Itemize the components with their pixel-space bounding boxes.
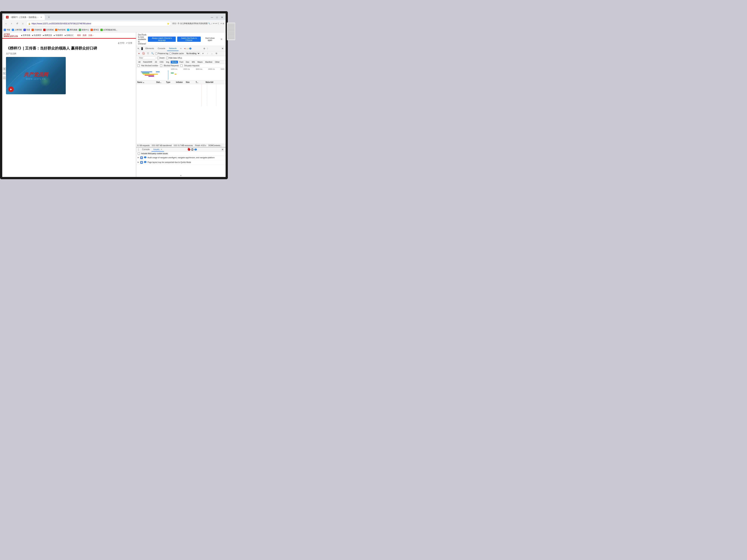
bottom-tab-console[interactable]: Console	[140, 148, 151, 152]
network-settings-icon[interactable]: ⚙	[215, 52, 218, 55]
filter-toggle-button[interactable]: ▽	[146, 52, 150, 55]
bookmark-item-bookmarks[interactable]: ☆ 书签	[4, 29, 10, 31]
col-time[interactable]: T...	[196, 81, 206, 83]
hide-data-urls-checkbox[interactable]	[166, 57, 169, 59]
preserve-log-checkbox[interactable]	[155, 52, 157, 54]
devtools-phone-icon[interactable]: 📱	[140, 47, 144, 50]
filter-all[interactable]: All	[137, 61, 141, 63]
home-button[interactable]: ⌂	[21, 21, 25, 26]
issues-close-icon[interactable]: ✕	[161, 149, 162, 151]
close-button[interactable]: ✕	[220, 16, 224, 19]
browser-chrome: 党 《榜样7》| 王传喜：当好群众的领... ✕ + — □ ✕ ‹ › ↺ ⌂	[2, 14, 226, 32]
timeline-1000ms: 1000 ms	[171, 68, 177, 70]
maximize-button[interactable]: □	[215, 16, 219, 19]
tab-close-button[interactable]: ✕	[40, 16, 43, 19]
filter-bar: Invert Hide data URLs	[136, 56, 226, 60]
bottom-tab-issues[interactable]: Issues ✕	[151, 148, 164, 152]
filter-other[interactable]: Other	[214, 61, 221, 63]
forward-label[interactable]: 前往 ›	[172, 22, 177, 25]
refresh-button[interactable]: ↺	[15, 21, 20, 26]
filter-img[interactable]: Img	[165, 61, 170, 63]
nav-item-dangzhang[interactable]: 党章党规	[21, 34, 30, 36]
invert-checkbox-label[interactable]: Invert	[157, 57, 164, 59]
sidebar-icon-2[interactable]: 🔧	[3, 72, 6, 75]
match-language-button[interactable]: Always match Chrome's language	[148, 36, 176, 42]
col-size[interactable]: Size	[186, 81, 196, 83]
back-button[interactable]: ‹	[4, 21, 8, 26]
minimize-button[interactable]: —	[210, 16, 214, 19]
tab-console[interactable]: Console	[156, 46, 167, 51]
filter-wasm[interactable]: Wasm	[196, 61, 204, 63]
notification-close-button[interactable]: ✕	[219, 37, 224, 41]
bookmark-item-flash[interactable]: F flash游戏	[55, 29, 66, 31]
filter-manifest[interactable]: Manifest	[204, 61, 213, 63]
bookmark-item-taobao[interactable]: A 爱淘宝	[91, 29, 99, 31]
bookmark-item-360[interactable]: 3 从360极速浏览...	[101, 29, 117, 31]
nav-item-zhuanti[interactable]: 专题课件	[54, 34, 63, 36]
tab-network[interactable]: Network	[167, 46, 178, 51]
disable-cache-checkbox[interactable]	[170, 52, 172, 54]
filter-font[interactable]: Font	[178, 61, 184, 63]
col-initiator[interactable]: Initiator	[176, 81, 186, 83]
bookmark-item-tencent[interactable]: Q 腾讯视频	[67, 29, 77, 31]
third-party-issues-checkbox[interactable]	[138, 152, 140, 155]
nav-item-xianfeng[interactable]: 先锋文汇	[65, 34, 74, 36]
online-icon[interactable]: ▾	[201, 52, 205, 55]
print-button[interactable]: 🖨 打印	[118, 42, 124, 45]
tab-elements[interactable]: Elements	[144, 46, 156, 51]
col-waterfall[interactable]: Waterfall	[205, 81, 225, 83]
blocked-requests-checkbox[interactable]	[160, 64, 162, 67]
blocked-cookies-checkbox[interactable]	[137, 64, 140, 67]
clear-button[interactable]: 🚫	[142, 52, 145, 55]
issue-expand-2[interactable]: ▶	[138, 161, 139, 163]
filter-media[interactable]: Media	[171, 61, 178, 63]
devtools-settings-icon[interactable]: ⚙	[203, 47, 206, 50]
record-button[interactable]: ●	[137, 52, 140, 55]
dont-show-button[interactable]: Don't show again	[202, 36, 218, 42]
video-play-button[interactable]: ▶	[8, 86, 14, 92]
filter-input[interactable]	[137, 56, 156, 59]
bottom-tabs: ⋮ Console Issues ✕ 🚩0 ⚑0 2 ✕	[136, 148, 226, 152]
devtools-close-button[interactable]: ✕	[221, 47, 225, 50]
bottom-drag-handle[interactable]: ⋮	[137, 148, 140, 151]
filter-fetch-xhr[interactable]: Fetch/XHR	[142, 61, 153, 63]
bookmark-star-icon: ☆	[4, 29, 6, 31]
devtools-cursor-icon[interactable]: ↖	[137, 47, 140, 50]
filter-doc[interactable]: Doc	[185, 61, 190, 63]
address-bar[interactable]: 🔒 https://www.12371.cn/2023/03/25/VIDE16…	[26, 21, 171, 26]
invert-checkbox[interactable]	[157, 57, 159, 59]
forward-button[interactable]: ›	[9, 21, 14, 26]
filter-js[interactable]: JS	[154, 61, 158, 63]
nav-item-xianjin[interactable]: 先进典型	[32, 34, 41, 36]
bookmark-item-jd[interactable]: J 京东商城	[43, 29, 54, 31]
export-button[interactable]: ↓	[210, 52, 214, 55]
throttle-select[interactable]: No throttling	[185, 52, 200, 55]
search-button[interactable]: 🔍	[151, 52, 154, 55]
bottom-close-button[interactable]: ✕	[221, 148, 225, 151]
new-tab-button[interactable]: +	[46, 15, 52, 20]
bookmark-item-baidu[interactable]: B 百度	[24, 29, 30, 31]
bookmark-item-tianmao[interactable]: T 天猫精选	[31, 29, 42, 31]
hide-data-urls-label[interactable]: Hide data URLs	[166, 57, 182, 59]
import-button[interactable]: ↑	[206, 52, 209, 55]
filter-css[interactable]: CSS	[158, 61, 165, 63]
sidebar-icon-1[interactable]: ⚙	[3, 67, 6, 71]
filter-ws[interactable]: WS	[191, 61, 196, 63]
active-tab[interactable]: 党 《榜样7》| 王传喜：当好群众的领... ✕	[4, 15, 45, 20]
video-thumbnail[interactable]: 共产党员网 WWW.12371.CN ▶	[6, 57, 66, 94]
nav-item-guanmo[interactable]: 观摩交流	[43, 34, 52, 36]
bookmark-item-nav[interactable]: 🌐 上网导航	[12, 29, 22, 31]
col-name[interactable]: Name ▲	[137, 81, 156, 83]
share-button[interactable]: ⇗ 分享	[126, 42, 132, 45]
col-type[interactable]: Type	[166, 81, 176, 83]
search-label: S· 女儿和爸爸跑步200余天变化明显 🔍	[178, 22, 210, 25]
issue-expand-1[interactable]: ▶	[138, 156, 139, 158]
third-party-checkbox[interactable]	[180, 64, 183, 67]
sidebar-icon-3[interactable]: 📋	[3, 76, 6, 80]
issue-item-2: ▶ 💬 1 Page layout may be unexpected due …	[136, 160, 226, 165]
bookmark-item-game[interactable]: G 游戏中心	[79, 29, 89, 31]
col-status[interactable]: Stat...	[156, 81, 166, 83]
switch-devtools-button[interactable]: Switch DevTools to Chinese	[177, 36, 201, 42]
tab-more[interactable]: »	[179, 46, 183, 51]
devtools-menu-icon[interactable]: ⋮	[206, 47, 209, 50]
